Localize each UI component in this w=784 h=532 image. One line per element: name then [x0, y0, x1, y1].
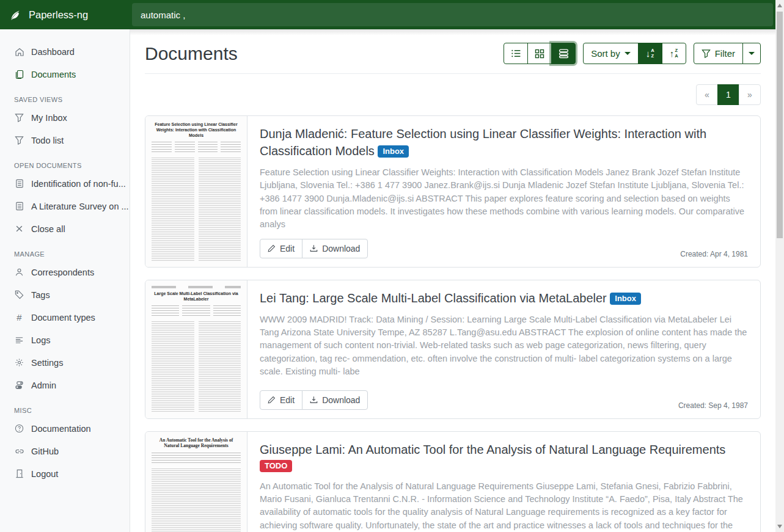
sidebar-item-label: Correspondents	[31, 268, 94, 277]
sidebar-item-github[interactable]: GitHub	[0, 440, 130, 462]
sidebar-item-document-types[interactable]: # Document types	[0, 306, 130, 329]
tag-badge[interactable]: Inbox	[378, 145, 409, 158]
download-button[interactable]: Download	[302, 390, 368, 410]
brand[interactable]: Paperless-ng	[0, 9, 130, 21]
funnel-icon	[14, 135, 24, 145]
created-date: Created: Sep 4, 1987	[678, 401, 748, 410]
filter-dropdown-button[interactable]	[742, 43, 761, 64]
sidebar-item-my-inbox[interactable]: My Inbox	[0, 106, 130, 129]
download-icon	[310, 396, 318, 404]
scroll-up-arrow-icon[interactable]	[775, 1, 784, 10]
sidebar-item-open-doc-1[interactable]: Identification of non-fu...	[0, 172, 130, 195]
person-icon	[14, 267, 24, 277]
sidebar-item-label: Identification of non-fu...	[31, 179, 126, 189]
sidebar-item-admin[interactable]: Admin	[0, 374, 130, 396]
sidebar-item-label: Logout	[31, 469, 58, 479]
file-text-icon	[14, 201, 24, 211]
leaf-logo-icon	[9, 9, 22, 21]
created-date: Created: Apr 4, 1981	[680, 250, 748, 258]
caret-down-icon	[749, 52, 755, 55]
document-card: Large Scale Multi-Label Classification v…	[145, 280, 761, 419]
document-snippet: Feature Selection using Linear Classifie…	[260, 166, 748, 231]
sidebar-item-dashboard[interactable]: Dashboard	[0, 40, 130, 63]
sidebar-section-open-documents: OPEN DOCUMENTS	[0, 162, 130, 169]
document-thumbnail[interactable]: Large Scale Multi-Label Classification v…	[145, 280, 247, 418]
sidebar-section-misc: MISC	[0, 407, 130, 414]
pagination: « 1 »	[696, 84, 761, 105]
sidebar-item-close-all[interactable]: Close all	[0, 217, 130, 240]
scrollbar-thumb[interactable]	[777, 12, 783, 238]
toggles-icon	[14, 380, 24, 390]
page-title: Documents	[145, 43, 238, 64]
top-navbar: Paperless-ng	[0, 0, 775, 29]
document-title-link[interactable]: Lei Tang: Large Scale Multi-Label Classi…	[260, 290, 748, 307]
pagination-page-1-button[interactable]: 1	[717, 84, 739, 105]
document-thumbnail[interactable]: An Automatic Tool for the Analysis of Na…	[145, 432, 247, 532]
sidebar-item-label: A Literature Survey on ...	[31, 202, 129, 211]
funnel-icon	[14, 112, 24, 123]
sidebar-item-logout[interactable]: Logout	[0, 462, 130, 485]
edit-button[interactable]: Edit	[260, 239, 302, 258]
sidebar-item-label: GitHub	[31, 446, 59, 456]
sidebar-item-label: Document types	[31, 313, 95, 322]
document-title-link[interactable]: Giuseppe Lami: An Automatic Tool for the…	[260, 441, 748, 458]
sidebar-item-label: Logs	[31, 335, 50, 345]
sort-by-dropdown[interactable]: Sort by	[583, 43, 639, 64]
pencil-icon	[268, 396, 276, 404]
view-list-button[interactable]	[504, 43, 528, 64]
edit-button[interactable]: Edit	[260, 390, 302, 410]
sidebar-section-saved-views: SAVED VIEWS	[0, 96, 130, 103]
sidebar-item-open-doc-2[interactable]: A Literature Survey on ...	[0, 195, 130, 217]
file-text-icon	[14, 178, 24, 189]
document-thumbnail[interactable]: Feature Selection using Linear Classifie…	[145, 116, 247, 267]
document-title-link[interactable]: Dunja Mladenić: Feature Selection using …	[260, 125, 748, 159]
document-list: Feature Selection using Linear Classifie…	[145, 115, 761, 532]
vertical-scrollbar[interactable]	[775, 0, 784, 532]
pencil-icon	[268, 244, 276, 252]
hash-icon: #	[14, 312, 24, 322]
sidebar-item-logs[interactable]: Logs	[0, 329, 130, 351]
sidebar-item-label: Todo list	[31, 136, 64, 145]
toolbar: Sort by ↓AZ ↑ZA Filter	[504, 43, 761, 64]
pagination-next-button[interactable]: »	[739, 84, 761, 105]
download-icon	[310, 244, 318, 252]
tag-icon	[14, 290, 24, 300]
sidebar-item-documents[interactable]: Documents	[0, 63, 130, 86]
sort-alpha-down-icon: ↓AZ	[646, 48, 654, 59]
filter-group: Filter	[694, 43, 761, 64]
download-button[interactable]: Download	[302, 239, 368, 258]
tag-badge[interactable]: TODO	[260, 460, 292, 472]
caret-down-icon	[625, 52, 631, 55]
pagination-prev-button[interactable]: «	[696, 84, 718, 105]
sidebar-item-correspondents[interactable]: Correspondents	[0, 261, 130, 283]
view-grid-button[interactable]	[527, 43, 552, 64]
sidebar-item-settings[interactable]: Settings	[0, 351, 130, 374]
brand-name: Paperless-ng	[29, 9, 88, 21]
sidebar-item-label: Dashboard	[31, 47, 75, 57]
thumbnail-title: Feature Selection using Linear Classifie…	[152, 122, 241, 138]
sort-descending-button[interactable]: ↓AZ	[638, 43, 662, 64]
question-circle-icon	[14, 423, 24, 434]
sort-ascending-button[interactable]: ↑ZA	[662, 43, 686, 64]
divider	[145, 73, 761, 74]
sidebar-item-label: Documentation	[31, 424, 91, 434]
sidebar-item-label: Tags	[31, 290, 50, 300]
sort-group: Sort by ↓AZ ↑ZA	[583, 43, 686, 64]
document-snippet: WWW 2009 MADRID! Track: Data Mining / Se…	[260, 313, 748, 379]
sidebar-item-todo-list[interactable]: Todo list	[0, 129, 130, 151]
door-icon	[14, 468, 24, 479]
home-icon	[14, 46, 24, 57]
gear-icon	[14, 357, 24, 368]
document-card: An Automatic Tool for the Analysis of Na…	[145, 431, 761, 532]
tag-badge[interactable]: Inbox	[610, 293, 641, 305]
view-detail-button[interactable]	[551, 43, 576, 64]
thumbnail-title: An Automatic Tool for the Analysis of Na…	[152, 437, 241, 450]
view-toggle-group	[504, 43, 576, 64]
search-input[interactable]	[132, 3, 773, 26]
sidebar-item-documentation[interactable]: Documentation	[0, 417, 130, 440]
sidebar-item-tags[interactable]: Tags	[0, 283, 130, 306]
sidebar-item-label: Close all	[31, 224, 65, 234]
filter-button[interactable]: Filter	[694, 43, 743, 64]
scroll-down-arrow-icon[interactable]	[775, 522, 784, 531]
sidebar: Dashboard Documents SAVED VIEWS My Inbox…	[0, 29, 130, 532]
